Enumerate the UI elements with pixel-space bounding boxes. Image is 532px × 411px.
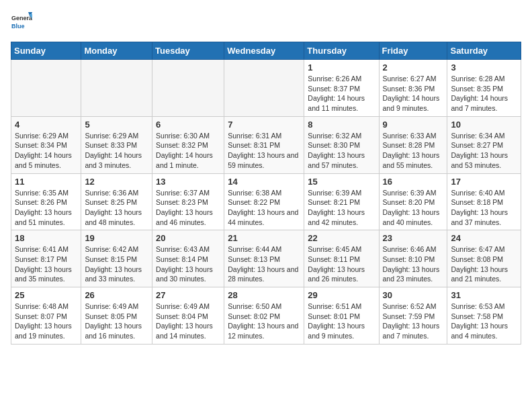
day-info: Sunrise: 6:29 AMSunset: 8:33 PMDaylight:… — [85, 131, 148, 171]
day-cell: 16Sunrise: 6:39 AMSunset: 8:20 PMDayligh… — [379, 173, 447, 230]
weekday-header-row: SundayMondayTuesdayWednesdayThursdayFrid… — [11, 42, 521, 60]
day-number: 30 — [383, 290, 444, 300]
day-info: Sunrise: 6:30 AMSunset: 8:32 PMDaylight:… — [156, 131, 220, 171]
day-cell: 29Sunrise: 6:51 AMSunset: 8:01 PMDayligh… — [304, 287, 379, 345]
day-info: Sunrise: 6:35 AMSunset: 8:26 PMDaylight:… — [15, 188, 77, 228]
logo-container: General Blue — [11, 11, 35, 35]
day-number: 6 — [156, 120, 220, 130]
day-cell — [152, 60, 224, 117]
day-info: Sunrise: 6:43 AMSunset: 8:14 PMDaylight:… — [156, 244, 220, 284]
day-cell: 6Sunrise: 6:30 AMSunset: 8:32 PMDaylight… — [152, 116, 224, 173]
day-info: Sunrise: 6:36 AMSunset: 8:25 PMDaylight:… — [85, 188, 148, 228]
day-info: Sunrise: 6:49 AMSunset: 8:05 PMDaylight:… — [85, 302, 148, 341]
logo: General Blue — [11, 11, 35, 35]
day-info: Sunrise: 6:39 AMSunset: 8:21 PMDaylight:… — [308, 188, 375, 228]
logo-svg: General Blue — [11, 11, 32, 32]
day-info: Sunrise: 6:52 AMSunset: 7:59 PMDaylight:… — [383, 302, 444, 341]
day-number: 16 — [383, 177, 444, 187]
weekday-header-monday: Monday — [81, 42, 152, 60]
day-cell: 21Sunrise: 6:44 AMSunset: 8:13 PMDayligh… — [224, 230, 304, 287]
day-number: 28 — [228, 290, 300, 300]
day-number: 26 — [85, 290, 148, 300]
week-row-2: 4Sunrise: 6:29 AMSunset: 8:34 PMDaylight… — [11, 116, 521, 173]
day-cell: 24Sunrise: 6:47 AMSunset: 8:08 PMDayligh… — [447, 230, 521, 287]
day-cell: 9Sunrise: 6:33 AMSunset: 8:28 PMDaylight… — [379, 116, 447, 173]
day-number: 18 — [15, 233, 77, 243]
day-info: Sunrise: 6:37 AMSunset: 8:23 PMDaylight:… — [156, 188, 220, 228]
day-cell: 8Sunrise: 6:32 AMSunset: 8:30 PMDaylight… — [304, 116, 379, 173]
day-cell: 10Sunrise: 6:34 AMSunset: 8:27 PMDayligh… — [447, 116, 521, 173]
day-cell: 27Sunrise: 6:49 AMSunset: 8:04 PMDayligh… — [152, 287, 224, 345]
day-number: 11 — [15, 177, 77, 187]
day-cell: 17Sunrise: 6:40 AMSunset: 8:18 PMDayligh… — [447, 173, 521, 230]
day-number: 27 — [156, 290, 220, 300]
day-info: Sunrise: 6:51 AMSunset: 8:01 PMDaylight:… — [308, 302, 375, 341]
day-cell: 22Sunrise: 6:45 AMSunset: 8:11 PMDayligh… — [304, 230, 379, 287]
day-info: Sunrise: 6:27 AMSunset: 8:36 PMDaylight:… — [383, 74, 444, 113]
day-info: Sunrise: 6:32 AMSunset: 8:30 PMDaylight:… — [308, 131, 375, 171]
day-cell: 25Sunrise: 6:48 AMSunset: 8:07 PMDayligh… — [11, 287, 81, 345]
week-row-4: 18Sunrise: 6:41 AMSunset: 8:17 PMDayligh… — [11, 230, 521, 287]
day-cell: 23Sunrise: 6:46 AMSunset: 8:10 PMDayligh… — [379, 230, 447, 287]
day-cell: 18Sunrise: 6:41 AMSunset: 8:17 PMDayligh… — [11, 230, 81, 287]
day-cell: 13Sunrise: 6:37 AMSunset: 8:23 PMDayligh… — [152, 173, 224, 230]
day-info: Sunrise: 6:29 AMSunset: 8:34 PMDaylight:… — [15, 131, 77, 171]
day-info: Sunrise: 6:47 AMSunset: 8:08 PMDaylight:… — [451, 244, 517, 284]
day-info: Sunrise: 6:50 AMSunset: 8:02 PMDaylight:… — [228, 302, 300, 341]
weekday-header-saturday: Saturday — [447, 42, 521, 60]
day-number: 17 — [451, 177, 517, 187]
day-cell: 14Sunrise: 6:38 AMSunset: 8:22 PMDayligh… — [224, 173, 304, 230]
day-info: Sunrise: 6:48 AMSunset: 8:07 PMDaylight:… — [15, 302, 77, 341]
day-number: 19 — [85, 233, 148, 243]
day-number: 31 — [451, 290, 517, 300]
day-info: Sunrise: 6:41 AMSunset: 8:17 PMDaylight:… — [15, 244, 77, 284]
day-number: 10 — [451, 120, 517, 130]
day-info: Sunrise: 6:45 AMSunset: 8:11 PMDaylight:… — [308, 244, 375, 284]
page-header: General Blue — [11, 11, 521, 35]
day-info: Sunrise: 6:49 AMSunset: 8:04 PMDaylight:… — [156, 302, 220, 341]
day-cell: 3Sunrise: 6:28 AMSunset: 8:35 PMDaylight… — [447, 60, 521, 117]
weekday-header-wednesday: Wednesday — [224, 42, 304, 60]
day-number: 23 — [383, 233, 444, 243]
day-info: Sunrise: 6:44 AMSunset: 8:13 PMDaylight:… — [228, 244, 300, 284]
day-number: 14 — [228, 177, 300, 187]
day-cell: 11Sunrise: 6:35 AMSunset: 8:26 PMDayligh… — [11, 173, 81, 230]
day-info: Sunrise: 6:34 AMSunset: 8:27 PMDaylight:… — [451, 131, 517, 171]
day-number: 13 — [156, 177, 220, 187]
day-cell: 7Sunrise: 6:31 AMSunset: 8:31 PMDaylight… — [224, 116, 304, 173]
day-number: 29 — [308, 290, 375, 300]
day-number: 12 — [85, 177, 148, 187]
day-cell: 4Sunrise: 6:29 AMSunset: 8:34 PMDaylight… — [11, 116, 81, 173]
day-cell: 30Sunrise: 6:52 AMSunset: 7:59 PMDayligh… — [379, 287, 447, 345]
day-info: Sunrise: 6:39 AMSunset: 8:20 PMDaylight:… — [383, 188, 444, 228]
day-cell: 5Sunrise: 6:29 AMSunset: 8:33 PMDaylight… — [81, 116, 152, 173]
calendar-table: SundayMondayTuesdayWednesdayThursdayFrid… — [11, 42, 521, 345]
day-cell: 31Sunrise: 6:53 AMSunset: 7:58 PMDayligh… — [447, 287, 521, 345]
day-cell: 26Sunrise: 6:49 AMSunset: 8:05 PMDayligh… — [81, 287, 152, 345]
day-info: Sunrise: 6:40 AMSunset: 8:18 PMDaylight:… — [451, 188, 517, 228]
weekday-header-tuesday: Tuesday — [152, 42, 224, 60]
day-number: 3 — [451, 62, 517, 73]
day-cell: 2Sunrise: 6:27 AMSunset: 8:36 PMDaylight… — [379, 60, 447, 117]
day-number: 24 — [451, 233, 517, 243]
weekday-header-thursday: Thursday — [304, 42, 379, 60]
day-cell — [81, 60, 152, 117]
day-number: 2 — [383, 62, 444, 73]
week-row-1: 1Sunrise: 6:26 AMSunset: 8:37 PMDaylight… — [11, 60, 521, 117]
day-info: Sunrise: 6:42 AMSunset: 8:15 PMDaylight:… — [85, 244, 148, 284]
logo-graphic: General Blue — [11, 11, 32, 35]
day-cell: 19Sunrise: 6:42 AMSunset: 8:15 PMDayligh… — [81, 230, 152, 287]
day-cell — [11, 60, 81, 117]
day-info: Sunrise: 6:38 AMSunset: 8:22 PMDaylight:… — [228, 188, 300, 228]
day-number: 15 — [308, 177, 375, 187]
day-cell: 28Sunrise: 6:50 AMSunset: 8:02 PMDayligh… — [224, 287, 304, 345]
day-info: Sunrise: 6:26 AMSunset: 8:37 PMDaylight:… — [308, 74, 375, 113]
svg-text:General: General — [11, 15, 32, 21]
day-number: 8 — [308, 120, 375, 130]
day-cell: 12Sunrise: 6:36 AMSunset: 8:25 PMDayligh… — [81, 173, 152, 230]
day-number: 7 — [228, 120, 300, 130]
weekday-header-sunday: Sunday — [11, 42, 81, 60]
week-row-3: 11Sunrise: 6:35 AMSunset: 8:26 PMDayligh… — [11, 173, 521, 230]
day-cell: 20Sunrise: 6:43 AMSunset: 8:14 PMDayligh… — [152, 230, 224, 287]
day-number: 22 — [308, 233, 375, 243]
